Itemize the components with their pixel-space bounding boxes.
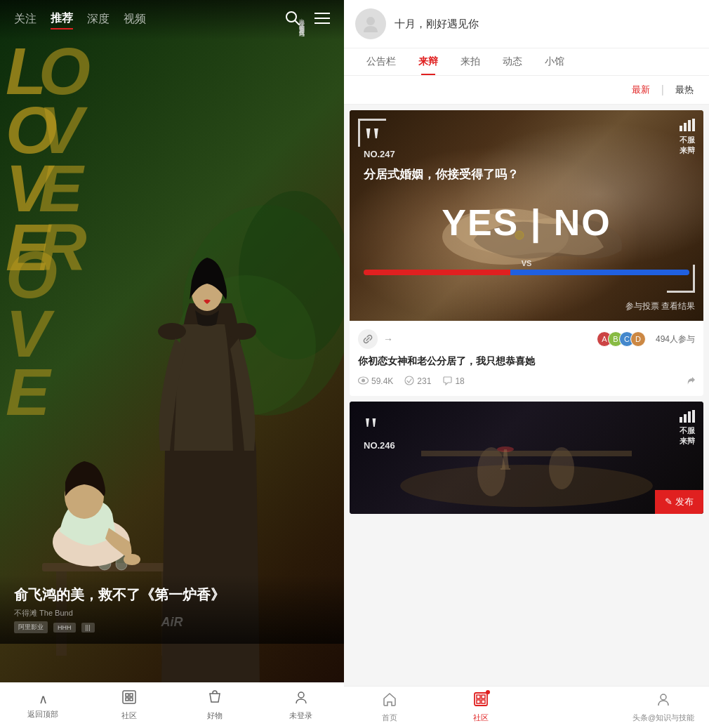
filter-row: 最新 | 最热 bbox=[344, 76, 709, 105]
debate-card-2: " NO.246 不服 来辩 bbox=[350, 402, 703, 514]
profile-label: 头条@知识与技能 bbox=[632, 713, 694, 723]
svg-rect-21 bbox=[130, 694, 133, 696]
publish-button[interactable]: ✎ 发布 bbox=[655, 490, 703, 514]
back-top-icon: ∧ bbox=[39, 691, 48, 707]
nav-login[interactable]: 未登录 bbox=[258, 689, 345, 721]
avatar bbox=[355, 8, 386, 39]
bufu-badge: 不服 来辩 bbox=[680, 119, 695, 156]
avatar-4: D bbox=[630, 331, 646, 347]
tab-dongtai[interactable]: 动态 bbox=[491, 48, 534, 75]
nav-shipin[interactable]: 视频 bbox=[124, 12, 146, 29]
svg-point-35 bbox=[400, 465, 653, 507]
community-label: 社区 bbox=[121, 710, 137, 721]
community-active-icon bbox=[473, 691, 489, 710]
svg-rect-3 bbox=[42, 563, 183, 571]
card-title: 你初恋女神和老公分居了，我只想恭喜她 bbox=[358, 355, 695, 369]
share-icon[interactable] bbox=[685, 376, 695, 388]
back-top-label: 返回顶部 bbox=[27, 709, 58, 720]
bufu-text: 不服 bbox=[680, 135, 695, 145]
filter-hot[interactable]: 最热 bbox=[671, 81, 698, 98]
svg-point-12 bbox=[158, 323, 186, 340]
publish-label: 发布 bbox=[675, 496, 694, 508]
menu-icon[interactable] bbox=[314, 12, 330, 28]
community-icon bbox=[121, 689, 137, 708]
left-bottom-nav: ∧ 返回顶部 社区 好物 bbox=[0, 682, 344, 728]
nav-back-top[interactable]: ∧ 返回顶部 bbox=[0, 691, 86, 720]
goods-label: 好物 bbox=[207, 710, 223, 721]
logo-3: ||| bbox=[81, 623, 95, 633]
caption-logos: 阿里影业 HHH ||| bbox=[14, 621, 330, 633]
svg-rect-31 bbox=[692, 119, 695, 131]
no-badge: NO.247 bbox=[364, 149, 395, 159]
login-label: 未登录 bbox=[289, 710, 312, 721]
svg-rect-38 bbox=[421, 451, 632, 456]
svg-rect-22 bbox=[126, 698, 128, 701]
svg-rect-49 bbox=[482, 700, 485, 703]
rbn-home[interactable]: 首页 bbox=[344, 691, 435, 723]
second-labian-text: 来辩 bbox=[680, 436, 695, 446]
svg-rect-48 bbox=[477, 700, 480, 703]
second-no-badge: NO.246 bbox=[364, 440, 395, 451]
svg-point-25 bbox=[366, 17, 375, 25]
svg-rect-47 bbox=[482, 695, 485, 699]
svg-rect-42 bbox=[684, 414, 687, 423]
svg-rect-19 bbox=[123, 691, 135, 703]
tab-laipai[interactable]: 来拍 bbox=[449, 48, 491, 75]
rbn-profile[interactable]: 头条@知识与技能 bbox=[618, 691, 709, 723]
community-label-right: 社区 bbox=[473, 713, 489, 723]
vs-red bbox=[364, 270, 510, 275]
community-dot bbox=[486, 690, 490, 694]
dining-svg bbox=[350, 402, 703, 514]
caption-title: 俞飞鸿的美，救不了《第一炉香》 bbox=[14, 585, 330, 604]
stat-views: 59.4K bbox=[358, 376, 393, 387]
participant-avatars: A B C D bbox=[597, 331, 646, 347]
right-content[interactable]: " NO.247 不服 来辩 bbox=[344, 105, 709, 686]
right-tabs: 公告栏 来辩 来拍 动态 小馆 bbox=[344, 48, 709, 76]
logo-1: 阿里影业 bbox=[14, 621, 48, 633]
debate-action[interactable]: 参与投票 查看结果 bbox=[625, 300, 695, 312]
views-icon bbox=[358, 376, 369, 387]
comments-count: 18 bbox=[455, 376, 464, 386]
svg-point-34 bbox=[405, 376, 413, 385]
svg-point-50 bbox=[661, 694, 666, 700]
svg-rect-40 bbox=[501, 468, 510, 470]
svg-rect-20 bbox=[126, 694, 128, 696]
login-icon bbox=[293, 689, 309, 708]
likes-icon bbox=[404, 376, 414, 388]
stat-share[interactable] bbox=[685, 376, 695, 388]
link-icon bbox=[358, 329, 378, 349]
nav-shendu[interactable]: 深度 bbox=[87, 12, 110, 29]
second-card-image[interactable]: " NO.246 不服 来辩 bbox=[350, 402, 703, 514]
home-label: 首页 bbox=[382, 713, 397, 723]
second-bufu-badge: 不服 来辩 bbox=[680, 410, 695, 446]
header-title: 十月，刚好遇见你 bbox=[395, 18, 479, 31]
debate-question: 分居式婚姻，你接受得了吗？ bbox=[364, 166, 689, 183]
left-nav: 关注 推荐 深度 视频 bbox=[0, 0, 344, 40]
search-icon[interactable] bbox=[285, 11, 300, 29]
corner-br bbox=[667, 265, 695, 293]
tab-labian[interactable]: 来辩 bbox=[407, 48, 449, 75]
yes-no-text: YES | NO bbox=[350, 201, 703, 244]
views-count: 59.4K bbox=[371, 376, 393, 386]
right-header: 十月，刚好遇见你 bbox=[344, 0, 709, 48]
tab-gonggao[interactable]: 公告栏 bbox=[355, 48, 407, 75]
vs-label: VS bbox=[522, 259, 532, 267]
nav-tuijian[interactable]: 推荐 bbox=[51, 11, 73, 29]
nav-community[interactable]: 社区 bbox=[86, 689, 173, 721]
left-caption: 俞飞鸿的美，救不了《第一炉香》 不得滩 The Bund 阿里影业 HHH ||… bbox=[0, 575, 344, 644]
nav-icons bbox=[285, 11, 330, 29]
home-icon bbox=[382, 691, 397, 710]
svg-rect-44 bbox=[692, 410, 695, 423]
card-meta: → A B C D 494人参与 bbox=[358, 329, 695, 349]
svg-rect-23 bbox=[130, 698, 133, 701]
svg-point-33 bbox=[362, 378, 365, 382]
debate-card-1: " NO.247 不服 来辩 bbox=[350, 110, 703, 396]
rbn-community[interactable]: 社区 bbox=[435, 691, 526, 723]
svg-point-10 bbox=[124, 554, 140, 565]
tab-xiaoguan[interactable]: 小馆 bbox=[534, 48, 576, 75]
filter-latest[interactable]: 最新 bbox=[628, 81, 654, 98]
nav-goods[interactable]: 好物 bbox=[172, 689, 258, 721]
stat-comments: 18 bbox=[442, 376, 464, 388]
debate-image-1[interactable]: " NO.247 不服 来辩 bbox=[350, 110, 703, 321]
nav-guanzhu[interactable]: 关注 bbox=[14, 12, 37, 29]
